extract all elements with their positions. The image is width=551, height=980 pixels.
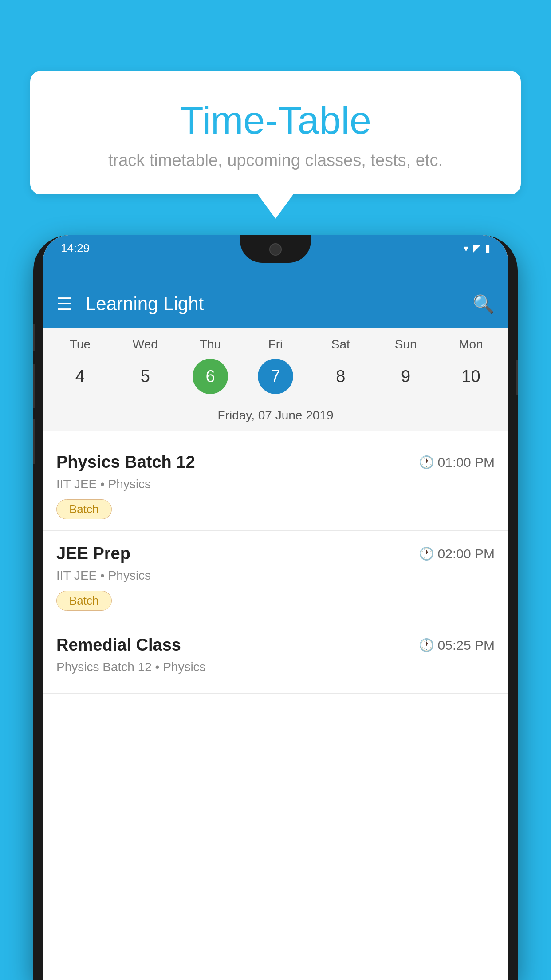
day-label-wed: Wed (114, 337, 176, 352)
schedule-item-1-header: Physics Batch 12 🕐 01:00 PM (56, 453, 495, 472)
schedule-item-3[interactable]: Remedial Class 🕐 05:25 PM Physics Batch … (43, 622, 508, 694)
day-8[interactable]: 8 (323, 359, 358, 394)
mute-button (33, 324, 35, 351)
selected-date-label: Friday, 07 June 2019 (43, 405, 508, 431)
schedule-item-2-subtitle: IIT JEE • Physics (56, 569, 495, 583)
day-label-sun: Sun (375, 337, 437, 352)
schedule-item-2-name: JEE Prep (56, 544, 130, 563)
speech-bubble-card: Time-Table track timetable, upcoming cla… (30, 71, 521, 194)
search-icon[interactable]: 🔍 (472, 294, 495, 315)
phone-screen: 14:29 ▾ ◤ ▮ ☰ Learning Light 🔍 Tue Wed T (43, 235, 508, 980)
speech-bubble-arrow (258, 194, 293, 219)
clock-icon-1: 🕐 (419, 455, 434, 470)
day-label-fri: Fri (244, 337, 307, 352)
status-time: 14:29 (61, 241, 90, 255)
schedule-item-1-badge: Batch (56, 499, 112, 519)
day-numbers: 4 5 6 7 8 9 10 (43, 359, 508, 394)
power-button (516, 360, 518, 395)
camera-dot (269, 243, 282, 256)
day-label-mon: Mon (440, 337, 502, 352)
schedule-item-2[interactable]: JEE Prep 🕐 02:00 PM IIT JEE • Physics Ba… (43, 531, 508, 622)
day-5[interactable]: 5 (127, 359, 163, 394)
day-7-selected[interactable]: 7 (258, 359, 293, 394)
schedule-item-3-subtitle: Physics Batch 12 • Physics (56, 660, 495, 674)
schedule-item-3-name: Remedial Class (56, 636, 181, 655)
day-9[interactable]: 9 (388, 359, 424, 394)
schedule-item-2-time: 🕐 02:00 PM (419, 546, 495, 561)
wifi-icon: ▾ (464, 243, 468, 254)
clock-icon-3: 🕐 (419, 638, 434, 652)
battery-icon: ▮ (485, 243, 490, 254)
feature-subtitle: track timetable, upcoming classes, tests… (66, 151, 485, 170)
schedule-item-1-time: 🕐 01:00 PM (419, 455, 495, 470)
schedule-item-1-subtitle: IIT JEE • Physics (56, 477, 495, 491)
speech-bubble-section: Time-Table track timetable, upcoming cla… (30, 71, 521, 219)
schedule-item-3-header: Remedial Class 🕐 05:25 PM (56, 636, 495, 655)
feature-title: Time-Table (66, 98, 485, 143)
schedule-item-2-badge: Batch (56, 591, 112, 611)
day-6-today[interactable]: 6 (193, 359, 228, 394)
status-icons: ▾ ◤ ▮ (464, 243, 490, 254)
app-title: Learning Light (86, 293, 472, 315)
notch-bar: 14:29 ▾ ◤ ▮ (43, 235, 508, 280)
day-10[interactable]: 10 (453, 359, 488, 394)
clock-icon-2: 🕐 (419, 546, 434, 561)
schedule-item-2-header: JEE Prep 🕐 02:00 PM (56, 544, 495, 563)
calendar-strip: Tue Wed Thu Fri Sat Sun Mon 4 5 6 7 8 9 … (43, 328, 508, 431)
schedule-container: Physics Batch 12 🕐 01:00 PM IIT JEE • Ph… (43, 439, 508, 980)
day-4[interactable]: 4 (62, 359, 98, 394)
day-label-tue: Tue (49, 337, 111, 352)
schedule-item-1-name: Physics Batch 12 (56, 453, 195, 472)
phone-frame: 14:29 ▾ ◤ ▮ ☰ Learning Light 🔍 Tue Wed T (33, 235, 518, 980)
volume-up-button (33, 364, 35, 408)
volume-down-button (33, 419, 35, 464)
signal-icon: ◤ (473, 243, 480, 254)
hamburger-icon[interactable]: ☰ (56, 294, 72, 314)
schedule-item-3-time: 🕐 05:25 PM (419, 638, 495, 653)
notch-cutout (240, 235, 311, 263)
day-label-sat: Sat (310, 337, 372, 352)
schedule-item-1[interactable]: Physics Batch 12 🕐 01:00 PM IIT JEE • Ph… (43, 439, 508, 531)
app-bar: ☰ Learning Light 🔍 (43, 280, 508, 328)
day-label-thu: Thu (179, 337, 241, 352)
day-headers: Tue Wed Thu Fri Sat Sun Mon (43, 337, 508, 352)
